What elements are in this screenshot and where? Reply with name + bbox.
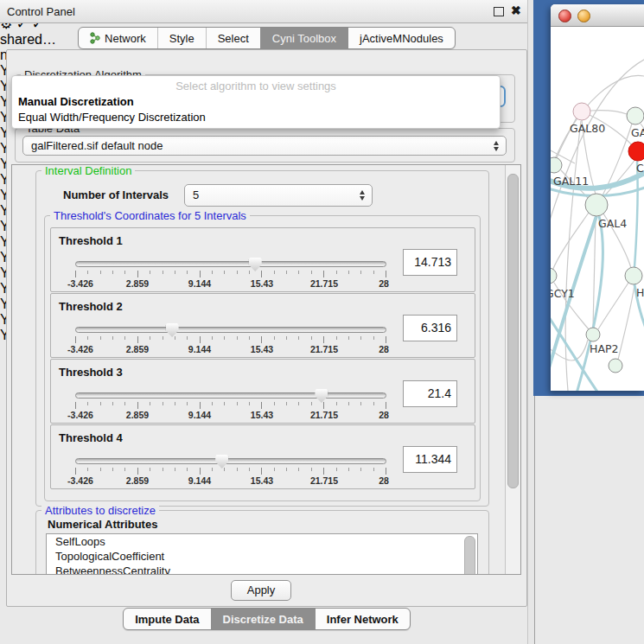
zoom-traffic-light[interactable] bbox=[596, 10, 608, 21]
close-icon[interactable]: ✖ bbox=[511, 3, 521, 17]
list-scrollbar-thumb[interactable] bbox=[464, 536, 475, 575]
network-canvas[interactable]: GAL80GACGAL11GAL4GCY1HHAP2 bbox=[551, 27, 644, 391]
apply-button[interactable]: Apply bbox=[231, 580, 291, 601]
tick-mark bbox=[274, 271, 275, 274]
slider-thumb[interactable] bbox=[249, 258, 262, 271]
threshold-value-field[interactable]: 14.713 bbox=[403, 249, 457, 276]
number-of-intervals-label: Number of Intervals bbox=[63, 188, 169, 201]
tab-discretize-data[interactable]: Discretize Data bbox=[211, 609, 315, 629]
tick-mark bbox=[249, 271, 250, 274]
tab-network[interactable]: Network bbox=[79, 28, 157, 48]
tick-mark bbox=[348, 271, 349, 274]
network-edge bbox=[565, 121, 581, 391]
threshold-value-field[interactable]: 21.4 bbox=[403, 380, 457, 407]
tick-mark bbox=[124, 402, 125, 405]
axis-label: 2.859 bbox=[126, 410, 149, 420]
tick-mark bbox=[163, 402, 163, 405]
threshold-row: Threshold 3-3.4262.8599.14415.4321.71528… bbox=[50, 359, 475, 424]
minimize-traffic-light[interactable] bbox=[577, 10, 590, 22]
network-node-gal11[interactable] bbox=[551, 157, 562, 173]
tab-impute-data[interactable]: Impute Data bbox=[124, 609, 210, 629]
tick-mark bbox=[75, 468, 76, 475]
tick-mark bbox=[112, 336, 113, 340]
close-traffic-light[interactable] bbox=[558, 10, 571, 22]
interval-definition-title: Interval Definition bbox=[41, 164, 135, 177]
tick-mark bbox=[87, 336, 88, 340]
axis-label: 15.43 bbox=[251, 475, 273, 486]
slider-ticks bbox=[75, 271, 386, 277]
slider-track[interactable] bbox=[75, 392, 386, 399]
tab-jactivemnodules[interactable]: jActiveMNodules bbox=[348, 28, 455, 48]
slider-thumb[interactable] bbox=[315, 389, 328, 403]
slider-track[interactable] bbox=[75, 327, 386, 333]
control-panel-title: Control Panel bbox=[7, 5, 75, 18]
threshold-value-field[interactable]: 11.344 bbox=[403, 446, 457, 473]
tab-style[interactable]: Style bbox=[157, 28, 206, 48]
tab-cyni-toolbox[interactable]: Cyni Toolbox bbox=[260, 28, 348, 48]
tick-mark bbox=[100, 271, 101, 274]
network-node-gcy1[interactable] bbox=[551, 268, 557, 284]
network-node-h[interactable] bbox=[625, 267, 642, 284]
tick-mark bbox=[187, 468, 188, 471]
tick-mark bbox=[163, 271, 163, 274]
axis-label: -3.426 bbox=[67, 344, 93, 354]
tab-label: Cyni Toolbox bbox=[272, 32, 336, 45]
tick-mark bbox=[373, 336, 374, 340]
slider-track[interactable] bbox=[75, 261, 386, 267]
axis-label: -3.426 bbox=[67, 410, 93, 420]
network-window-titlebar[interactable] bbox=[551, 4, 644, 27]
network-node[interactable] bbox=[609, 359, 622, 373]
popup-option-manual-discretization[interactable]: Manual Discretization bbox=[18, 95, 134, 108]
attribute-item[interactable]: TopologicalCoefficient bbox=[47, 549, 477, 564]
slider-thumb[interactable] bbox=[215, 455, 228, 469]
axis-label: 9.144 bbox=[188, 344, 211, 354]
vertical-scrollbar-thumb[interactable] bbox=[507, 174, 519, 488]
popup-option-equal-width-frequency[interactable]: Equal Width/Frequency Discretization bbox=[18, 111, 206, 124]
slider-ticks bbox=[75, 468, 386, 475]
network-edge bbox=[593, 216, 596, 328]
threshold-slider[interactable]: -3.4262.8599.14415.4321.71528 bbox=[75, 323, 386, 354]
axis-label: 9.144 bbox=[188, 278, 211, 289]
vertical-scrollbar[interactable] bbox=[505, 165, 520, 574]
tick-mark bbox=[150, 336, 150, 340]
attribute-item[interactable]: SelfLoops bbox=[47, 534, 477, 549]
network-node-c[interactable] bbox=[628, 142, 644, 161]
float-window-icon[interactable] bbox=[494, 7, 504, 16]
tick-mark bbox=[224, 336, 225, 340]
axis-label: 28 bbox=[379, 344, 389, 354]
tick-mark bbox=[137, 402, 138, 409]
tab-select[interactable]: Select bbox=[206, 28, 260, 48]
table-data-combobox[interactable]: galFiltered.sif default node bbox=[22, 136, 507, 156]
tick-mark bbox=[112, 271, 113, 274]
network-node-gal80[interactable] bbox=[573, 103, 590, 120]
threshold-value-field[interactable]: 6.316 bbox=[403, 315, 457, 341]
tick-mark bbox=[249, 468, 250, 471]
threshold-slider[interactable]: -3.4262.8599.14415.4321.71528 bbox=[75, 455, 386, 486]
slider-track[interactable] bbox=[75, 458, 386, 464]
threshold-slider[interactable]: -3.4262.8599.14415.4321.71528 bbox=[75, 389, 386, 420]
network-node-label: GAL80 bbox=[570, 122, 605, 135]
slider-axis-labels: -3.4262.8599.14415.4321.71528 bbox=[75, 410, 386, 420]
tick-mark bbox=[261, 271, 262, 277]
network-node-gal4[interactable] bbox=[585, 194, 608, 216]
tab-infer-network[interactable]: Infer Network bbox=[315, 609, 410, 629]
tick-mark bbox=[200, 468, 201, 475]
network-node-ga[interactable] bbox=[627, 107, 644, 124]
tick-mark bbox=[237, 402, 238, 405]
network-desktop: GAL80GACGAL11GAL4GCY1HHAP2 bbox=[533, 0, 644, 396]
threshold-slider[interactable]: -3.4262.8599.14415.4321.71528 bbox=[75, 258, 386, 289]
axis-label: 15.43 bbox=[251, 344, 273, 354]
slider-axis-labels: -3.4262.8599.14415.4321.71528 bbox=[75, 344, 386, 354]
tick-mark bbox=[237, 468, 238, 471]
attribute-item[interactable]: BetweennessCentrality bbox=[47, 564, 477, 575]
tick-mark bbox=[224, 271, 225, 274]
axis-label: 15.43 bbox=[251, 278, 273, 289]
number-of-intervals-combobox[interactable]: 5 bbox=[184, 184, 373, 207]
threshold-label: Threshold 3 bbox=[59, 366, 123, 379]
numerical-attributes-list[interactable]: SelfLoopsTopologicalCoefficientBetweenne… bbox=[46, 533, 478, 575]
slider-thumb[interactable] bbox=[166, 323, 179, 337]
tick-mark bbox=[360, 271, 361, 274]
tick-mark bbox=[137, 468, 138, 475]
network-node-hap2[interactable] bbox=[586, 328, 600, 341]
axis-label: 21.715 bbox=[310, 278, 338, 289]
